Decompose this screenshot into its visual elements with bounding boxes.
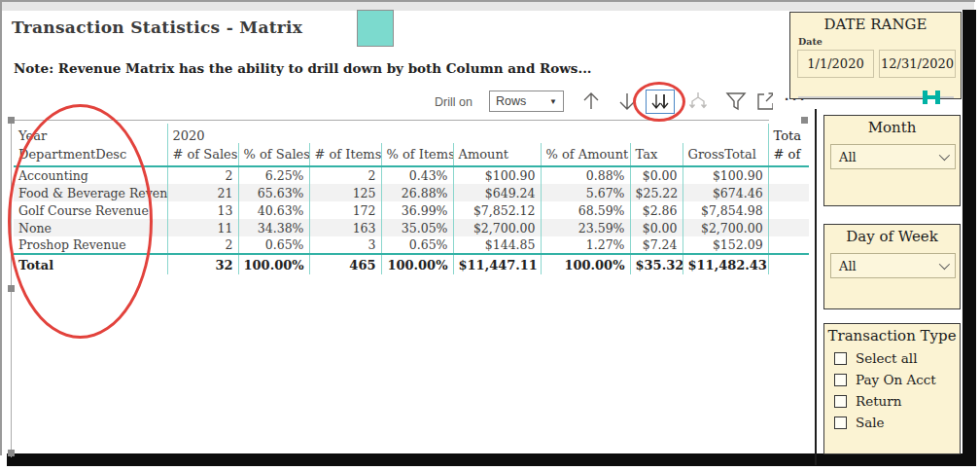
matrix-resize-handle-topleft[interactable] bbox=[8, 117, 15, 124]
checkbox-label: Pay On Acct bbox=[856, 372, 936, 387]
checkbox-icon[interactable] bbox=[834, 395, 847, 408]
row-header-year: Year bbox=[14, 124, 167, 143]
day-of-week-panel: Day of Week All bbox=[823, 224, 961, 309]
checkbox-label: Sale bbox=[856, 415, 885, 430]
checkbox-row-return[interactable]: Return bbox=[834, 393, 960, 409]
month-title: Month bbox=[824, 119, 960, 136]
col-header-amount[interactable]: Amount bbox=[453, 143, 541, 166]
date-range-slider-handle[interactable] bbox=[923, 91, 940, 104]
column-group-2020[interactable]: 2020 bbox=[167, 124, 768, 143]
expand-all-down-icon[interactable] bbox=[646, 90, 675, 114]
frame-border-left bbox=[0, 0, 2, 455]
transaction-type-title: Transaction Type bbox=[824, 327, 960, 344]
month-value: All bbox=[839, 150, 857, 164]
month-panel: Month All bbox=[823, 115, 961, 206]
matrix-row-total: Total 32 100.00% 465 100.00% $11,447.11 … bbox=[14, 254, 809, 274]
col-header-num-items[interactable]: # of Items bbox=[309, 143, 381, 166]
col-header-grosstotal[interactable]: GrossTotal bbox=[682, 143, 768, 166]
layout-divider bbox=[815, 109, 817, 465]
checkbox-icon[interactable] bbox=[834, 417, 847, 429]
chevron-down-icon bbox=[939, 150, 950, 161]
date-field-label: Date bbox=[798, 36, 822, 47]
day-of-week-dropdown[interactable]: All bbox=[830, 253, 956, 278]
day-of-week-value: All bbox=[839, 259, 857, 273]
checkbox-row-select-all[interactable]: Select all bbox=[834, 350, 960, 366]
accent-color-swatch bbox=[357, 10, 394, 47]
date-range-title: DATE RANGE bbox=[790, 16, 961, 33]
col-header-pct-amount[interactable]: % of Amount bbox=[541, 143, 630, 166]
drill-on-label: Drill on bbox=[435, 95, 472, 109]
total-column-header: Tota bbox=[768, 124, 809, 143]
row-label[interactable]: Food & Beverage Revenue bbox=[14, 184, 167, 201]
frame-shadow-right bbox=[962, 10, 976, 465]
matrix-resize-handle-bottomleft[interactable] bbox=[8, 450, 15, 456]
checkbox-row-pay-on-acct[interactable]: Pay On Acct bbox=[834, 372, 960, 387]
matrix-resize-handle-topright[interactable] bbox=[801, 117, 808, 124]
start-date-input[interactable]: 1/1/2020 bbox=[797, 50, 874, 78]
drill-on-dropdown[interactable]: Rows ▼ bbox=[489, 91, 564, 112]
frame-shadow-bottom bbox=[7, 453, 976, 466]
col-header-pct-sales[interactable]: % of Sales bbox=[238, 143, 309, 166]
chevron-down-icon bbox=[939, 259, 950, 270]
expand-next-level-icon bbox=[686, 90, 710, 113]
matrix-row-food-beverage[interactable]: Food & Beverage Revenue 21 65.63% 125 26… bbox=[14, 184, 809, 201]
checkbox-icon[interactable] bbox=[834, 352, 847, 365]
matrix-row-proshop[interactable]: Proshop Revenue 2 0.65% 3 0.65% $144.85 … bbox=[14, 236, 809, 254]
report-page: Transaction Statistics - Matrix Note: Re… bbox=[0, 0, 980, 471]
matrix-row-accounting[interactable]: Accounting 2 6.25% 2 0.43% $100.90 0.88%… bbox=[14, 166, 809, 184]
checkbox-label: Return bbox=[856, 393, 901, 409]
col-header-tax[interactable]: Tax bbox=[630, 143, 682, 166]
checkbox-icon[interactable] bbox=[834, 374, 847, 386]
total-label: Total bbox=[14, 254, 167, 274]
drill-down-icon[interactable] bbox=[615, 90, 639, 113]
matrix-row-none[interactable]: None 11 34.38% 163 35.05% $2,700.00 23.5… bbox=[14, 219, 809, 236]
total-column-subheader: # of bbox=[768, 143, 809, 166]
filter-icon[interactable] bbox=[724, 90, 748, 113]
page-title: Transaction Statistics - Matrix bbox=[12, 18, 302, 37]
matrix-toolbar: Drill on Rows ▼ ··· bbox=[428, 88, 817, 117]
drill-up-icon[interactable] bbox=[579, 90, 603, 113]
drill-on-value: Rows bbox=[496, 94, 526, 108]
checkbox-row-sale[interactable]: Sale bbox=[834, 415, 960, 430]
revenue-matrix: Year 2020 Tota DepartmentDesc # of Sales… bbox=[14, 124, 809, 274]
col-header-pct-items[interactable]: % of Items bbox=[381, 143, 453, 166]
month-dropdown[interactable]: All bbox=[830, 144, 956, 169]
row-header-departmentdesc[interactable]: DepartmentDesc bbox=[14, 143, 167, 166]
window-top-strip bbox=[2, 2, 974, 11]
row-label[interactable]: None bbox=[14, 219, 167, 236]
date-range-panel: DATE RANGE Date 1/1/2020 12/31/2020 bbox=[789, 12, 962, 99]
checkbox-label: Select all bbox=[856, 350, 918, 366]
matrix-selection-border-top bbox=[10, 120, 769, 121]
end-date-input[interactable]: 12/31/2020 bbox=[879, 50, 956, 78]
dropdown-arrow-icon: ▼ bbox=[549, 97, 557, 106]
row-label[interactable]: Accounting bbox=[14, 166, 167, 184]
row-label[interactable]: Proshop Revenue bbox=[14, 236, 167, 254]
transaction-type-panel: Transaction Type Select all Pay On Acct … bbox=[823, 323, 961, 454]
matrix-row-golf-course[interactable]: Golf Course Revenue 13 40.63% 172 36.99%… bbox=[14, 201, 809, 219]
matrix-resize-handle-midleft[interactable] bbox=[8, 285, 15, 292]
row-label[interactable]: Golf Course Revenue bbox=[14, 201, 167, 219]
col-header-num-sales[interactable]: # of Sales bbox=[167, 143, 238, 166]
day-of-week-title: Day of Week bbox=[824, 228, 960, 245]
note-text: Note: Revenue Matrix has the ability to … bbox=[14, 60, 592, 76]
